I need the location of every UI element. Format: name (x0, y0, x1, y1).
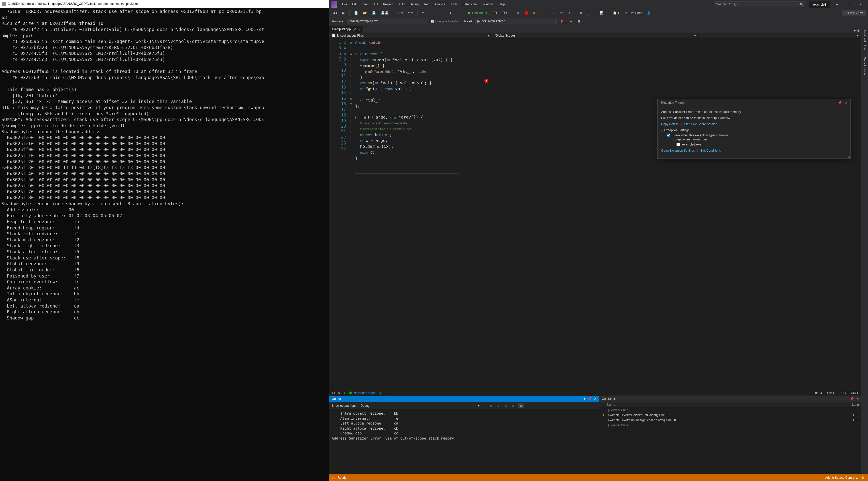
add-source-control[interactable]: ↑ Add to Source Control ▴ (823, 476, 858, 479)
save-all-button[interactable]: 💾💾 (379, 10, 390, 15)
menu-git[interactable]: Git (372, 2, 380, 7)
start-liveshare-link[interactable]: Start Live Share session... (684, 122, 720, 126)
search-input[interactable]: Search (Ctrl+Q) 🔍 (714, 1, 805, 7)
callstack-row[interactable]: ➜example3.exe!IntHolder::~IntHolder() Li… (599, 413, 861, 418)
scroll-indicator[interactable]: ◀ ━━━━━ (379, 391, 391, 395)
maximize-button[interactable]: ☐ (843, 0, 855, 9)
code-content[interactable]: #include <stdio.h> struct IntHolder { ex… (353, 39, 861, 390)
close-icon[interactable]: ✕ (845, 101, 847, 104)
console-titlebar[interactable]: C:\MSDN\cpp-docs-pr\docs\c-language\ASAN… (0, 0, 329, 8)
checkbox[interactable] (667, 133, 670, 137)
menu-help[interactable]: Help (496, 2, 507, 7)
close-icon[interactable]: ✕ (856, 397, 859, 400)
col-name[interactable]: Name (607, 403, 615, 407)
platform-dropdown[interactable]: ▾ (448, 10, 464, 15)
issues-indicator[interactable]: No issues found (349, 391, 375, 395)
spaces-indicator[interactable]: SPC (839, 391, 846, 395)
live-share-button[interactable]: ⇪ Live Share (625, 11, 643, 15)
menu-view[interactable]: View (360, 2, 371, 7)
tb-icon[interactable]: ⊞ (576, 19, 582, 24)
process-dropdown[interactable]: [76188] example3.exe (347, 19, 428, 24)
thread-dropdown[interactable]: [49724] Main Thread (475, 19, 557, 24)
close-button[interactable]: ✕ (855, 0, 866, 9)
open-button[interactable]: 📂 (362, 10, 368, 15)
checkbox[interactable] (676, 143, 680, 146)
open-exception-settings-link[interactable]: Open Exception Settings (661, 149, 695, 152)
callstack-body[interactable]: [External Code]➜example3.exe!IntHolder::… (599, 408, 861, 474)
output-tool-icon[interactable]: ≡ (489, 403, 493, 408)
tb-stack-icon[interactable]: ≡ (568, 19, 574, 24)
menu-project[interactable]: Project (381, 2, 395, 7)
except-item-checkbox[interactable]: example3.exe (676, 143, 847, 146)
callstack-header[interactable]: Call Stack 📌 ✕ (599, 396, 861, 402)
col-lang[interactable]: Lang (852, 403, 859, 407)
error-glyph-icon[interactable]: ✕ (484, 79, 489, 83)
show-output-dropdown[interactable]: Debug▾ (359, 404, 481, 408)
solution-explorer-tab[interactable]: Solution Explorer (862, 27, 867, 54)
exception-settings-header[interactable]: ▾ Exception Settings (661, 128, 847, 132)
tab-example3[interactable]: example3.cpp 📌 ✕ (329, 26, 363, 33)
close-icon[interactable]: ✕ (594, 397, 596, 400)
tab-tool-icon[interactable]: ⚙ (857, 29, 860, 33)
tb-icon[interactable]: ↻ (578, 10, 584, 15)
back-button[interactable]: ◀ ▾ (331, 10, 339, 15)
output-tool-icon[interactable]: ≡ (496, 403, 501, 408)
redo-button[interactable]: ↷ ▾ (406, 10, 414, 15)
copy-details-link[interactable]: Copy Details (661, 122, 679, 126)
menu-debug[interactable]: Debug (407, 2, 421, 7)
menu-build[interactable]: Build (396, 2, 407, 7)
output-tool-icon[interactable]: ≡ (510, 403, 516, 408)
zoom-level[interactable]: 111 % (332, 391, 340, 395)
console-output[interactable]: ==76188==ERROR: AddressSanitizer: stack-… (0, 8, 329, 481)
restart-button[interactable] (531, 11, 537, 15)
tab-tool-icon[interactable]: ▾ (854, 29, 856, 33)
pause-button[interactable]: ⏸ (515, 10, 521, 15)
eol-indicator[interactable]: CRLF (851, 391, 859, 395)
lifecycle-events[interactable]: 🔄 Lifecycle Events ▾ (431, 20, 460, 23)
minimize-button[interactable]: ─ (831, 0, 843, 9)
step-over-button[interactable]: ↓ (551, 10, 556, 15)
pin-icon[interactable]: 📌 (588, 397, 591, 400)
tb-icon[interactable]: 📊 (598, 10, 605, 15)
pin-icon[interactable]: 📌 (850, 397, 854, 400)
menu-test[interactable]: Test (422, 2, 432, 7)
nav-scope[interactable]: 📄 Miscellaneous Files ▾ (329, 33, 492, 38)
step-into-button[interactable]: → (543, 10, 549, 15)
tb-flag-icon[interactable]: 🚩 (559, 19, 566, 24)
break-when-checkbox[interactable]: Break when this exception type is thrown (667, 133, 847, 137)
edit-conditions-link[interactable]: Edit Conditions (700, 149, 721, 152)
save-button[interactable]: 💾 (370, 10, 377, 15)
nav-member[interactable]: (Global Scope) ▾ (492, 33, 699, 38)
close-tab-icon[interactable]: ✕ (359, 28, 361, 31)
dropdown-icon[interactable]: ▾ (584, 397, 585, 400)
char-indicator[interactable]: Ch: 1 (827, 391, 834, 395)
continue-button[interactable]: Continue ▾ (466, 10, 490, 15)
menu-tools[interactable]: Tools (448, 2, 460, 7)
callstack-row[interactable]: example3.exe!main(int argc, char * * arg… (599, 418, 861, 423)
forward-button[interactable]: ▶ (341, 10, 346, 15)
word-wrap-button[interactable]: ⊞ (518, 403, 524, 408)
step-out-button[interactable]: ↑↷ (558, 10, 565, 15)
resize-grip-icon[interactable]: ◢ (848, 155, 850, 158)
tb-icon[interactable]: ⋮ (586, 10, 592, 15)
output-body[interactable]: Intra object redzone: bb ASan internal: … (329, 410, 599, 474)
callstack-row[interactable]: [External Code] (599, 423, 861, 428)
menu-edit[interactable]: Edit (350, 2, 360, 7)
line-indicator[interactable]: Ln: 24 (813, 391, 822, 395)
pin-icon[interactable]: 📌 (353, 28, 356, 31)
output-tool-icon[interactable]: ≡ (503, 403, 508, 408)
team-explorer-tab[interactable]: Team Explorer (862, 55, 867, 77)
tb-icon[interactable]: 🗔 (492, 10, 498, 15)
menu-extensions[interactable]: Extensions (460, 2, 480, 7)
menu-file[interactable]: File (340, 2, 349, 7)
new-button[interactable]: 📄 (352, 10, 360, 15)
folding-column[interactable]: ⊟ │ ⊟ │ │ │ │ │ │ │ ⊟ ⊟ │ │ │ │ │ │ (348, 39, 353, 390)
nav-function[interactable]: ▾ (699, 33, 861, 38)
menu-analyze[interactable]: Analyze (432, 2, 448, 7)
callstack-row[interactable]: [External Code] (599, 408, 861, 413)
feedback-button[interactable]: 👤 (645, 10, 652, 15)
notifications-icon[interactable]: 🔔 (861, 476, 865, 479)
tb-icon[interactable]: 📋 ▾ (611, 10, 620, 15)
exception-titlebar[interactable]: Exception Thrown 📌 ✕ (658, 99, 850, 106)
zoom-dropdown-icon[interactable]: ▾ (344, 391, 345, 395)
